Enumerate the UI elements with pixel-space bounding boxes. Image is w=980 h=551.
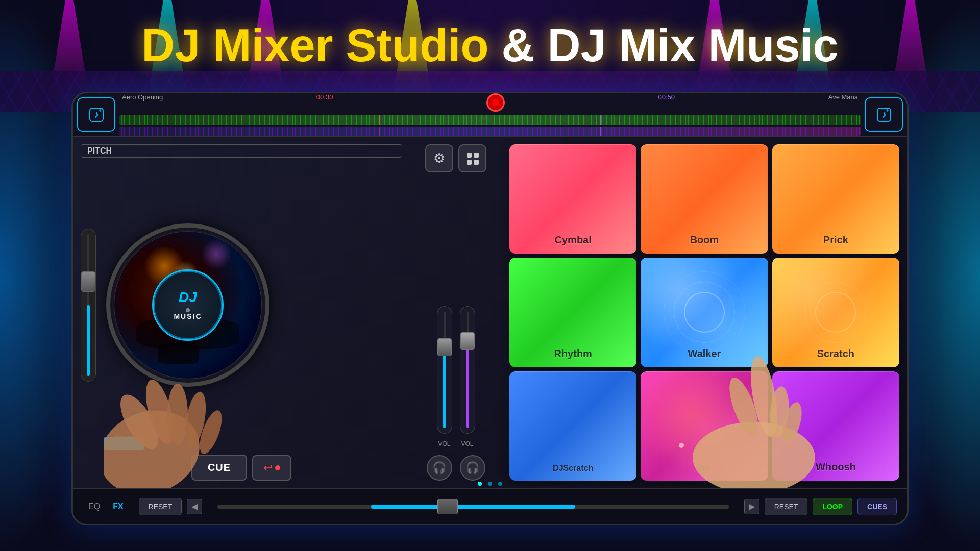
headphone-buttons: 🎧 🎧 [427,455,485,481]
crossfader-track [217,505,728,509]
add-track-left-button[interactable]: ♪ + [77,97,115,132]
pad-so-label: So [699,464,709,473]
pad-walker[interactable]: Walker [641,258,768,367]
mixer-top-buttons: ⚙ [425,144,486,172]
fx-tab[interactable]: FX [108,499,128,514]
pad-so[interactable]: So [641,371,768,481]
svg-rect-8 [467,160,472,165]
record-button[interactable] [486,93,505,112]
dots-indicator [478,482,502,486]
app-title: DJ Mixer Studio & DJ Mix Music [0,20,980,71]
tempo-slider-fill [104,437,144,450]
dot-3 [498,482,502,486]
pad-prick[interactable]: Prick [772,144,899,254]
reset-right-button[interactable]: RESET [765,498,808,515]
pad-boom-label: Boom [690,234,719,246]
fader-1[interactable] [437,306,452,434]
dj-label: DJ [179,289,197,306]
track-right-name: Ave Maria [828,93,858,112]
pad-prick-label: Prick [823,234,848,246]
headphone-left-button[interactable]: 🎧 [427,455,452,481]
eq-tab[interactable]: EQ [83,499,105,514]
title-part2: DJ Mix Music [547,20,838,71]
loop-bottom-button[interactable]: LOOP [813,498,852,515]
loop-button[interactable]: ↩ [252,455,291,481]
pad-cymbal[interactable]: Cymbal [509,144,636,254]
svg-rect-9 [474,160,479,165]
bottom-bar: EQ FX RESET ◀ ▶ RESET LOOP CUES [73,488,907,524]
turntable[interactable]: DJ MUSIC [106,223,270,387]
controls-bar: CUE ↩ [81,455,402,481]
pad-djscratch-label: DJScratch [553,464,593,473]
dot-1 [478,482,482,486]
settings-button[interactable]: ⚙ [425,144,453,172]
waveform-center: Aero Opening 00:30 00:50 Ave Maria [119,93,861,136]
cue-button[interactable]: CUE [191,455,247,481]
left-panel: PITCH [73,137,410,488]
waveform-visual-bottom [119,127,861,136]
drum-pads-grid: Cymbal Boom Prick Rhythm Walker [502,137,907,488]
loop-icon: ↩ [263,461,273,474]
music-label: MUSIC [174,312,202,320]
waveform-visual-top [119,115,861,125]
pad-whoosh-label: Whoosh [816,461,856,473]
waveform-header: ♪ + Aero Opening 00:30 00:50 Ave Maria [73,93,907,137]
vol-label-1: VOL [438,440,450,447]
svg-text:+: + [98,107,102,114]
arrow-right-button[interactable]: ▶ [744,499,760,514]
device-frame: ♪ + Aero Opening 00:30 00:50 Ave Maria [71,92,909,525]
title-separator: & [501,20,547,71]
dot-2 [488,482,492,486]
pad-scratch[interactable]: Scratch [772,258,899,367]
pad-whoosh[interactable]: Whoosh [772,371,899,481]
svg-rect-6 [467,153,472,158]
crossfader-fill [371,505,576,509]
headphone-right-button[interactable]: 🎧 [460,455,485,481]
mixer-channel-1: VOL [437,306,452,447]
loop-record-dot [275,465,280,470]
crossfader[interactable] [217,505,728,509]
cues-button[interactable]: CUES [857,498,897,515]
crossfader-handle[interactable] [437,499,458,514]
pad-rhythm[interactable]: Rhythm [509,258,636,367]
pad-boom[interactable]: Boom [641,144,768,254]
mixer-channel-2: VOL [460,306,475,447]
reset-left-button[interactable]: RESET [139,498,182,515]
title-part1: DJ Mixer Studio [141,20,488,71]
vol-label-2: VOL [461,440,473,447]
pad-cymbal-label: Cymbal [555,234,592,246]
settings-icon: ⚙ [433,151,445,166]
fader-2[interactable] [460,306,475,434]
track-left-name: Aero Opening [122,93,163,112]
svg-rect-7 [474,153,479,158]
center-dot [186,308,190,312]
middle-panel: ⚙ [410,137,502,488]
track-left-time: 00:30 [316,93,333,112]
pad-walker-label: Walker [688,348,721,360]
eq-fx-tabs: EQ FX [83,499,129,514]
pad-scratch-label: Scratch [817,348,854,360]
grid-button[interactable] [458,144,486,172]
pitch-slider[interactable] [81,229,96,382]
main-content: PITCH [73,137,907,488]
track-right-time: 00:50 [658,93,675,112]
svg-text:+: + [886,107,889,114]
pitch-label: PITCH [81,144,402,158]
mixer-faders: VOL VOL [437,183,475,447]
pad-djscratch[interactable]: DJScratch [509,371,636,481]
turntable-center: DJ MUSIC [152,269,224,341]
pad-rhythm-label: Rhythm [554,348,592,360]
arrow-left-button[interactable]: ◀ [187,499,202,514]
turntable-area: DJ MUSIC [81,163,402,447]
add-track-right-button[interactable]: ♪ + [865,97,903,132]
